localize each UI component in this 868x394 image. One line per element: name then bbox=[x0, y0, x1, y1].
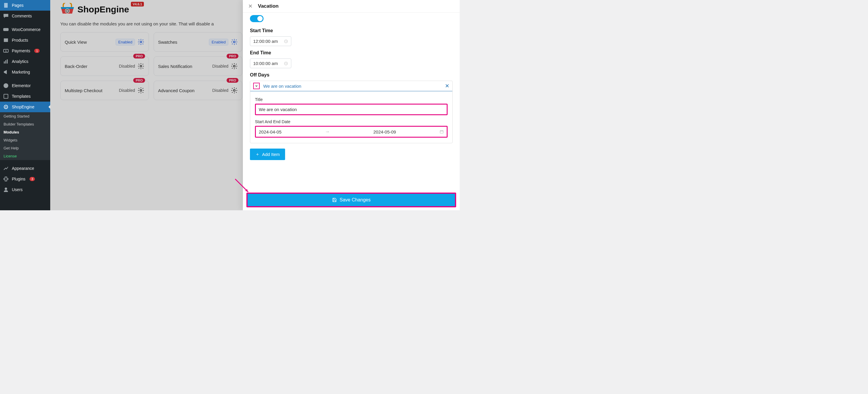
sidebar-submenu: Getting Started Builder Templates Module… bbox=[0, 112, 50, 160]
sub-get-help[interactable]: Get Help bbox=[0, 144, 50, 152]
svg-point-16 bbox=[140, 41, 142, 43]
svg-rect-28 bbox=[440, 131, 443, 133]
title-input[interactable] bbox=[255, 104, 447, 115]
enable-toggle[interactable] bbox=[250, 15, 264, 22]
offdays-item-body: Title Start And End Date 2024-04-05 → 20… bbox=[250, 91, 452, 143]
close-icon[interactable]: ✕ bbox=[248, 3, 253, 9]
svg-point-24 bbox=[140, 90, 142, 91]
sidebar-item-products[interactable]: Products bbox=[0, 35, 50, 45]
appearance-icon bbox=[3, 165, 9, 171]
svg-point-17 bbox=[234, 41, 235, 43]
module-card: Quick View Enabled bbox=[60, 32, 149, 52]
start-time-value: 12:00:00 am bbox=[253, 39, 278, 44]
svg-rect-1 bbox=[3, 28, 8, 31]
module-name: Advanced Coupon bbox=[158, 88, 194, 93]
module-status: Disabled bbox=[119, 88, 135, 93]
offdays-item-header[interactable]: We are on vacation ✕ bbox=[250, 81, 452, 91]
gear-icon[interactable] bbox=[231, 63, 238, 70]
add-item-label: Add Item bbox=[262, 152, 280, 157]
module-status: Disabled bbox=[212, 88, 228, 93]
start-time-label: Start Time bbox=[250, 28, 453, 33]
users-icon bbox=[3, 187, 9, 193]
sidebar-item-analytics[interactable]: Analytics bbox=[0, 56, 50, 67]
svg-rect-9 bbox=[4, 94, 8, 98]
sidebar-item-label: Appearance bbox=[12, 166, 34, 171]
svg-point-12 bbox=[5, 188, 7, 190]
module-status: Disabled bbox=[212, 64, 228, 68]
end-time-input[interactable]: 10:00:00 am bbox=[250, 59, 291, 68]
sub-getting-started[interactable]: Getting Started bbox=[0, 112, 50, 120]
sidebar-item-elementor[interactable]: Elementor bbox=[0, 80, 50, 91]
sub-widgets[interactable]: Widgets bbox=[0, 136, 50, 144]
sub-license[interactable]: License bbox=[0, 152, 50, 160]
module-status: Enabled bbox=[116, 39, 135, 45]
svg-point-25 bbox=[234, 90, 235, 91]
sub-modules[interactable]: Modules bbox=[0, 128, 50, 136]
sidebar-item-label: Templates bbox=[12, 94, 31, 99]
start-time-input[interactable]: 12:00:00 am bbox=[250, 36, 291, 46]
sidebar-item-pages[interactable]: Pages bbox=[0, 0, 50, 11]
sidebar-item-label: Comments bbox=[12, 13, 32, 18]
settings-drawer: ✕ Vacation Start Time 12:00:00 am End Ti… bbox=[243, 0, 460, 210]
sidebar-item-shopengine[interactable]: ShopEngine bbox=[0, 102, 50, 112]
sidebar-item-woocommerce[interactable]: WooCommerce bbox=[0, 24, 50, 35]
offdays-item: We are on vacation ✕ Title Start And End… bbox=[250, 80, 453, 143]
svg-rect-0 bbox=[4, 3, 8, 8]
sidebar-item-payments[interactable]: $ Payments 1 bbox=[0, 45, 50, 56]
svg-rect-7 bbox=[7, 59, 8, 64]
pro-badge: PRO bbox=[226, 78, 239, 83]
gear-icon[interactable] bbox=[137, 87, 145, 94]
end-time-value: 10:00:00 am bbox=[253, 61, 278, 66]
chevron-down-icon[interactable] bbox=[253, 83, 260, 89]
svg-rect-6 bbox=[5, 60, 6, 64]
sub-builder-templates[interactable]: Builder Templates bbox=[0, 120, 50, 128]
woo-icon bbox=[3, 27, 9, 32]
date-field-label: Start And End Date bbox=[255, 119, 447, 124]
module-name: Sales Notification bbox=[158, 64, 192, 69]
clock-icon bbox=[284, 61, 288, 66]
sidebar-item-comments[interactable]: Comments bbox=[0, 11, 50, 21]
gear-icon[interactable] bbox=[137, 63, 145, 70]
sidebar-item-appearance[interactable]: Appearance bbox=[0, 163, 50, 174]
plus-icon: ＋ bbox=[255, 152, 260, 157]
gear-icon[interactable] bbox=[231, 87, 238, 94]
sidebar-item-users[interactable]: Users bbox=[0, 184, 50, 195]
date-range-input[interactable]: 2024-04-05 → 2024-05-09 bbox=[255, 126, 447, 138]
title-field-label: Title bbox=[255, 97, 447, 102]
pro-badge: PRO bbox=[133, 78, 145, 83]
module-card: PRO Back-Order Disabled bbox=[60, 57, 149, 76]
sidebar-item-label: Products bbox=[12, 38, 28, 42]
sidebar-item-marketing[interactable]: Marketing bbox=[0, 67, 50, 77]
add-item-button[interactable]: ＋ Add Item bbox=[250, 149, 285, 160]
sidebar-item-label: Payments bbox=[12, 48, 30, 53]
badge-count: 1 bbox=[34, 49, 39, 53]
remove-item-icon[interactable]: ✕ bbox=[445, 83, 450, 89]
end-date-value: 2024-05-09 bbox=[373, 129, 396, 134]
gear-icon[interactable] bbox=[137, 38, 145, 45]
module-card: PRO Multistep Checkout Disabled bbox=[60, 80, 149, 100]
clock-icon bbox=[284, 39, 288, 43]
analytics-icon bbox=[3, 59, 9, 64]
module-name: Quick View bbox=[65, 40, 87, 44]
brand-logo: ShopEngine V4.6.1 bbox=[59, 3, 144, 16]
sidebar-item-plugins[interactable]: Plugins 3 bbox=[0, 174, 50, 184]
end-time-label: End Time bbox=[250, 50, 453, 56]
svg-point-8 bbox=[4, 83, 8, 88]
sidebar-item-label: Plugins bbox=[12, 176, 25, 182]
offdays-item-title: We are on vacation bbox=[263, 84, 301, 89]
module-card: Swatches Enabled bbox=[154, 32, 242, 52]
payments-icon: $ bbox=[3, 48, 9, 54]
module-card: PRO Sales Notification Disabled bbox=[154, 57, 242, 76]
gear-icon[interactable] bbox=[231, 38, 238, 45]
templates-icon bbox=[3, 93, 9, 99]
save-changes-button[interactable]: Save Changes bbox=[246, 193, 456, 207]
sidebar-item-templates[interactable]: Templates bbox=[0, 91, 50, 102]
sidebar-item-label: Elementor bbox=[12, 83, 31, 88]
svg-text:$: $ bbox=[5, 50, 6, 53]
module-name: Back-Order bbox=[65, 64, 88, 69]
svg-point-20 bbox=[140, 65, 142, 67]
drawer-title: Vacation bbox=[258, 3, 279, 9]
arrow-right-icon: → bbox=[325, 129, 330, 134]
module-name: Multistep Checkout bbox=[65, 88, 102, 93]
svg-point-11 bbox=[5, 106, 6, 107]
